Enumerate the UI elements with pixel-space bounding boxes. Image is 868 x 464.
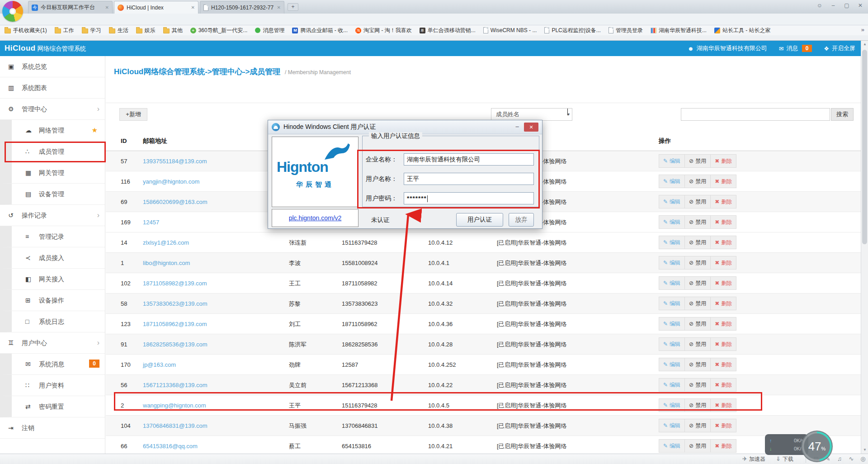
delete-button[interactable]: ✖删除 (710, 419, 736, 432)
member-email-link[interactable]: 18711058962@139.com (143, 314, 207, 334)
edit-button[interactable]: ✎编辑 (659, 175, 685, 188)
member-email-link[interactable]: 18628258536@139.com (143, 334, 208, 355)
disable-button[interactable]: ⊘禁用 (684, 276, 711, 290)
edit-button[interactable]: ✎编辑 (659, 317, 685, 331)
delete-button[interactable]: ✖删除 (710, 256, 736, 270)
member-email-link[interactable]: 18711058982@139.com (143, 273, 207, 294)
edit-button[interactable]: ✎编辑 (659, 256, 685, 270)
bookmark-wisecrm[interactable]: WiseCRM NBS - ... (483, 27, 537, 33)
disable-button[interactable]: ⊘禁用 (684, 195, 711, 208)
delete-button[interactable]: ✖删除 (710, 378, 736, 392)
disable-button[interactable]: ⊘禁用 (684, 175, 711, 188)
delete-button[interactable]: ✖删除 (710, 276, 736, 290)
sidebar-item-device-mgmt[interactable]: ▤ 设备管理 (0, 184, 105, 205)
sidebar-item-overview[interactable]: ▣ 系统总览 (0, 56, 105, 77)
bookmark-other[interactable]: 其他 (163, 27, 183, 34)
bookmark-life[interactable]: 生活 (109, 27, 128, 34)
tab-close-icon[interactable]: ✕ (105, 5, 109, 10)
bookmark-taobao[interactable]: 淘 淘宝网 - 淘！我喜欢 (355, 27, 412, 34)
edit-button[interactable]: ✎编辑 (659, 154, 685, 168)
delete-button[interactable]: ✖删除 (710, 297, 736, 310)
sidebar-item-logout[interactable]: ⇥ 注销 (0, 417, 105, 439)
scroll-down-icon[interactable]: ▼ (861, 446, 868, 454)
sidebar-item-gateway-mgmt[interactable]: ▦ 网关管理 (0, 162, 105, 184)
sidebar-item-password-reset[interactable]: ⇄ 密码重置 (0, 396, 105, 417)
disable-button[interactable]: ⊘禁用 (684, 215, 711, 229)
add-member-button[interactable]: +新增 (119, 108, 147, 121)
bookmark-admin-login[interactable]: 管理员登录 (609, 27, 643, 34)
delete-button[interactable]: ✖删除 (710, 195, 736, 208)
sidebar-item-manage-center[interactable]: ⚙ 管理中心 › (0, 99, 105, 120)
delete-button[interactable]: ✖删除 (710, 236, 736, 249)
tab-hicloud[interactable]: HiCloud | Index ✕ (114, 1, 198, 14)
tab-close-icon[interactable]: ✕ (191, 5, 195, 10)
member-email-link[interactable]: 13937551184@139.com (143, 151, 207, 171)
filter-select[interactable]: 成员姓名 ▾ (491, 108, 572, 121)
member-search-input[interactable] (681, 108, 830, 121)
username-field[interactable]: 王平 (404, 173, 534, 185)
password-field[interactable]: ******* (404, 192, 534, 204)
delete-button[interactable]: ✖删除 (710, 439, 736, 453)
bookmark-plc-monitor[interactable]: PLC远程监控|设备... (544, 27, 600, 34)
member-email-link[interactable]: 12457 (143, 212, 159, 232)
disable-button[interactable]: ⊘禁用 (684, 297, 711, 310)
disable-button[interactable]: ⊘禁用 (684, 439, 711, 453)
delete-button[interactable]: ✖删除 (710, 358, 736, 371)
sidebar-item-op-records[interactable]: ↺ 操作记录 › (0, 205, 105, 226)
scroll-up-icon[interactable]: ▲ (861, 41, 868, 48)
edit-button[interactable]: ✎编辑 (659, 276, 685, 290)
sidebar-item-gateway-access[interactable]: ◧ 网关接入 (0, 269, 105, 290)
sidebar-item-manage-records[interactable]: ≡ 管理记录 (0, 226, 105, 247)
restore-button[interactable]: ▢ (840, 1, 854, 9)
disable-button[interactable]: ⊘禁用 (684, 236, 711, 249)
edit-button[interactable]: ✎编辑 (659, 236, 685, 249)
delete-button[interactable]: ✖删除 (710, 337, 736, 351)
sidebar-item-user-profile[interactable]: ∷ 用户资料 (0, 375, 105, 396)
delete-button[interactable]: ✖删除 (710, 317, 736, 331)
accelerator-button[interactable]: ✈ 加速器 (742, 454, 765, 464)
disable-button[interactable]: ⊘禁用 (684, 358, 711, 371)
media-icon[interactable]: ♫ (835, 454, 844, 464)
edit-button[interactable]: ✎编辑 (659, 337, 685, 351)
member-email-link[interactable]: 13706846831@139.com (143, 416, 208, 436)
delete-button[interactable]: ✖删除 (710, 154, 736, 168)
search-button[interactable]: 搜索 (831, 108, 854, 121)
edit-button[interactable]: ✎编辑 (659, 195, 685, 208)
wave-icon[interactable]: ∿ (846, 454, 856, 464)
bookmark-tencent-mail[interactable]: M 腾讯企业邮箱 - 收... (292, 27, 348, 34)
abandon-button[interactable]: 放弃 (509, 213, 534, 227)
sidebar-item-user-center[interactable]: ♊ 用户中心 › (0, 332, 105, 354)
bookmark-study[interactable]: 学习 (82, 27, 101, 34)
tab-h120[interactable]: H120-1509-1617-2932-77 ✕ (200, 1, 284, 14)
scrollbar-thumb[interactable] (862, 50, 867, 244)
sidebar-item-charts[interactable]: ▥ 系统图表 (0, 77, 105, 99)
disable-button[interactable]: ⊘禁用 (684, 256, 711, 270)
delete-button[interactable]: ✖删除 (710, 398, 736, 412)
fullscreen-button[interactable]: ❖ 开启全屏 (824, 44, 855, 52)
edit-button[interactable]: ✎编辑 (659, 215, 685, 229)
edit-button[interactable]: ✎编辑 (659, 358, 685, 371)
browser-logo[interactable] (2, 1, 23, 22)
skin-icon[interactable]: ☺ (813, 1, 826, 9)
company-account[interactable]: ☻ 湖南华辰智通科技有限公司 (688, 44, 767, 52)
bookmark-chinaz[interactable]: 站长工具 - 站长之家 (714, 27, 771, 34)
memory-usage-gauge[interactable]: 47% (801, 431, 833, 462)
dialog-minimize-button[interactable]: – (510, 123, 524, 132)
member-email-link[interactable]: 13573830623@139.com (143, 294, 208, 314)
page-scrollbar[interactable]: ▲ ▼ (861, 41, 868, 454)
bookmark-fun[interactable]: 娱乐 (136, 27, 156, 34)
disable-button[interactable]: ⊘禁用 (684, 154, 711, 168)
edit-button[interactable]: ✎编辑 (659, 297, 685, 310)
member-email-link[interactable]: wangping@hignton.com (143, 395, 206, 416)
delete-button[interactable]: ✖删除 (710, 175, 736, 188)
disable-button[interactable]: ⊘禁用 (684, 378, 711, 392)
sidebar-item-member-mgmt[interactable]: ∴ 成员管理 (0, 141, 105, 162)
member-email-link[interactable]: yangjin@hignton.com (143, 171, 199, 192)
bookmark-message-mgmt[interactable]: 消息管理 (255, 27, 284, 34)
disable-button[interactable]: ⊘禁用 (684, 398, 711, 412)
bookmark-huachen[interactable]: 湖南华辰智通科技... (651, 27, 707, 34)
disable-button[interactable]: ⊘禁用 (684, 337, 711, 351)
bookmark-mobile-favorites[interactable]: 手机收藏夹(1) (5, 27, 47, 34)
record-icon[interactable]: ◎ (858, 454, 868, 464)
messages-button[interactable]: ✉ 消息 0 (779, 44, 812, 52)
